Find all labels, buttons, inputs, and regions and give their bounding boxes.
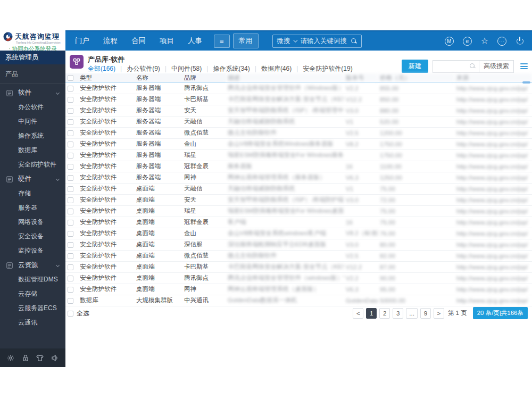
sidebar-item-云通讯[interactable]: 云通讯	[0, 315, 65, 330]
search-input[interactable]: 请输入关键词搜	[301, 37, 347, 46]
sidebar-item-办公软件[interactable]: 办公软件	[0, 100, 65, 114]
sidebar-group-云资源[interactable]: 云资源	[0, 258, 65, 272]
row-checkbox[interactable]	[68, 287, 73, 293]
cell-brand: 瑞星	[182, 149, 226, 161]
search-scope-label[interactable]: 微搜	[277, 37, 290, 46]
row-checkbox[interactable]	[68, 153, 73, 159]
table-search-input[interactable]	[433, 60, 479, 73]
row-checkbox[interactable]	[68, 97, 73, 103]
row-checkbox[interactable]	[68, 220, 73, 226]
cell-desc: 微点主动防御软件	[226, 250, 344, 261]
row-checkbox[interactable]	[68, 186, 73, 192]
row-checkbox[interactable]	[68, 253, 73, 259]
tab-数据库(46)[interactable]: 数据库(46)	[261, 64, 292, 73]
table-row: 安全防护软件桌面端安天安天智甲终端防御系统（ISP）-终端防护端V3.072.0…	[65, 194, 532, 205]
cell-type: 安全防护软件	[78, 161, 134, 172]
chevron-down-icon[interactable]	[293, 38, 297, 42]
sidebar-item-网络设备[interactable]: 网络设备	[0, 215, 65, 229]
tab-全部(166)[interactable]: 全部(166)	[88, 64, 115, 73]
cell-price: 880.00	[378, 105, 454, 116]
row-checkbox[interactable]	[68, 276, 73, 281]
tab-安全防护软件(19)[interactable]: 安全防护软件(19)	[303, 64, 352, 73]
sidebar-group-软件[interactable]: 软件	[0, 86, 65, 100]
nav-common-button[interactable]: 常用	[233, 34, 259, 48]
row-checkbox[interactable]	[68, 231, 73, 237]
row-checkbox-cell	[65, 149, 78, 161]
select-all-checkbox[interactable]	[68, 311, 73, 317]
sidebar-item-安全防护软件[interactable]: 安全防护软件	[0, 157, 65, 172]
page-button-2[interactable]: 2	[379, 308, 390, 319]
cell-brand: 卡巴斯基	[182, 261, 226, 272]
next-page-button[interactable]: >	[434, 308, 444, 319]
sidebar-item-数据库[interactable]: 数据库	[0, 143, 65, 157]
row-checkbox[interactable]	[68, 264, 73, 270]
page-button-9[interactable]: 9	[420, 308, 431, 319]
cell-name: 服务器端	[134, 127, 182, 138]
star-icon[interactable]: ☆	[481, 37, 488, 45]
tab-操作系统(34)[interactable]: 操作系统(34)	[213, 64, 250, 73]
message-icon[interactable]: e	[463, 37, 472, 46]
sound-icon[interactable]	[51, 354, 59, 362]
cell-name: 服务器端	[134, 138, 182, 149]
cell-source: http://www.zjcg.gov.cn/jsp/	[454, 94, 532, 105]
power-icon[interactable]	[516, 37, 525, 46]
row-checkbox[interactable]	[68, 242, 73, 248]
row-checkbox[interactable]	[68, 86, 73, 92]
cell-name: 服务器端	[134, 172, 182, 183]
nav-item-项目[interactable]: 项目	[160, 36, 174, 46]
row-checkbox[interactable]	[68, 209, 73, 214]
page-size-button[interactable]: 20 条/页|共166条	[473, 307, 528, 319]
nav-item-门户[interactable]: 门户	[75, 36, 89, 46]
sidebar-item-监控设备[interactable]: 监控设备	[0, 244, 65, 258]
m-badge-icon[interactable]: M	[445, 37, 454, 46]
nav-menu-button[interactable]: ≡	[214, 35, 230, 48]
more-icon[interactable]: ···	[497, 37, 506, 46]
sidebar-item-中间件[interactable]: 中间件	[0, 114, 65, 129]
tab-办公软件(9)[interactable]: 办公软件(9)	[127, 64, 160, 73]
cell-brand: 瑞星	[182, 205, 226, 217]
cell-brand: 金山	[182, 228, 226, 239]
lock-icon[interactable]	[21, 354, 30, 362]
row-checkbox[interactable]	[68, 197, 73, 203]
page-button-3[interactable]: 3	[393, 308, 403, 319]
new-button[interactable]: 新建	[402, 60, 428, 73]
column-header-type: 类型	[78, 73, 134, 82]
row-checkbox[interactable]	[68, 164, 73, 170]
scrollbar-thumb[interactable]	[522, 81, 530, 84]
row-checkbox[interactable]	[68, 298, 73, 304]
global-search[interactable]: 微搜 请输入关键词搜	[272, 35, 362, 48]
cell-name: 桌面端	[134, 217, 182, 228]
sidebar-item-云服务器ECS[interactable]: 云服务器ECS	[0, 301, 65, 315]
row-checkbox-cell	[65, 261, 78, 272]
row-checkbox[interactable]	[68, 119, 73, 125]
cell-price: 75.00	[378, 183, 454, 194]
cell-brand: 冠群金辰	[182, 161, 226, 172]
sidebar-item-服务器[interactable]: 服务器	[0, 201, 65, 215]
role-header: 系统管理员	[0, 51, 65, 64]
tab-separator: |	[165, 65, 167, 72]
page-button-1[interactable]: 1	[366, 308, 377, 319]
row-checkbox[interactable]	[68, 130, 73, 136]
cell-desc: 瑞星ESM防病毒终端安全For Windows桌面版	[226, 205, 344, 217]
sidebar-item-存储[interactable]: 存储	[0, 186, 65, 201]
header-checkbox[interactable]	[68, 75, 73, 81]
sidebar-item-安全设备[interactable]: 安全设备	[0, 229, 65, 244]
prev-page-button[interactable]: <	[353, 308, 363, 319]
nav-item-合同[interactable]: 合同	[131, 36, 146, 46]
nav-item-人事[interactable]: 人事	[188, 36, 202, 46]
sidebar-group-硬件[interactable]: 硬件	[0, 172, 65, 186]
row-checkbox[interactable]	[68, 175, 73, 181]
nav-item-流程[interactable]: 流程	[103, 36, 118, 46]
sidebar-item-云存储[interactable]: 云存储	[0, 287, 65, 301]
row-checkbox[interactable]	[68, 142, 73, 147]
list-view-icon[interactable]	[520, 63, 528, 69]
cell-source: http://www.zjcg.gov.cn/jsp/	[454, 228, 532, 239]
settings-icon[interactable]	[6, 354, 15, 362]
sidebar-item-操作系统[interactable]: 操作系统	[0, 129, 65, 143]
row-checkbox[interactable]	[68, 108, 73, 114]
tab-中间件(58)[interactable]: 中间件(58)	[171, 64, 202, 73]
sidebar-item-数据管理DMS[interactable]: 数据管理DMS	[0, 272, 65, 287]
search-icon[interactable]	[351, 38, 357, 44]
theme-icon[interactable]	[36, 354, 44, 362]
advanced-search-button[interactable]: 高级搜索	[479, 60, 514, 73]
